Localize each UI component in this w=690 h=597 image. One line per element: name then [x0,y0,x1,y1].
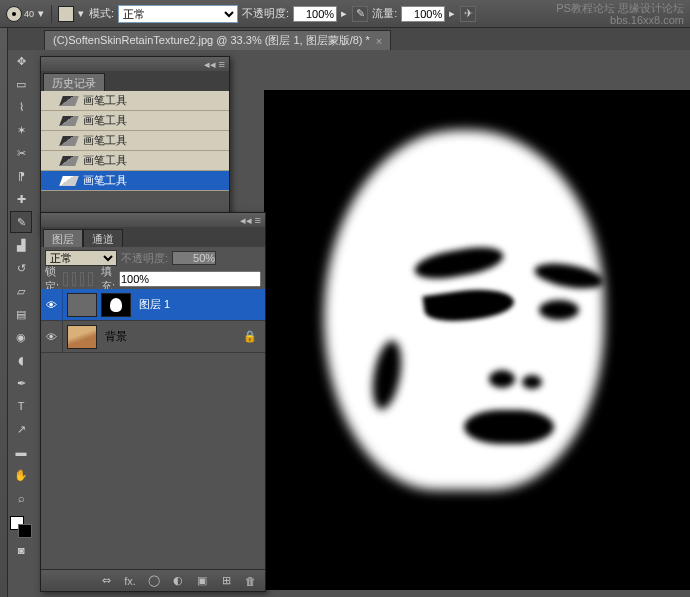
flow-label: 流量: [372,6,397,21]
layer-thumb[interactable] [67,293,97,317]
layer-thumb[interactable] [67,325,97,349]
history-list[interactable]: 画笔工具画笔工具画笔工具画笔工具画笔工具 [41,91,229,191]
history-panel: ◂◂ ≡ 历史记录 画笔工具画笔工具画笔工具画笔工具画笔工具 [40,56,230,236]
wand-tool[interactable]: ✶ [10,119,32,141]
shape-tool[interactable]: ▬ [10,441,32,463]
close-icon[interactable]: × [376,35,382,47]
history-label: 画笔工具 [83,93,127,108]
hand-tool[interactable]: ✋ [10,464,32,486]
brush-preset[interactable] [58,6,74,22]
document-title: (C)SoftenSkinRetainTexture2.jpg @ 33.3% … [53,33,370,48]
zoom-tool[interactable]: ⌕ [10,487,32,509]
chevron-down-icon[interactable]: ▸ [449,10,456,17]
blend-mode-select[interactable]: 正常 [118,5,238,23]
tab-history[interactable]: 历史记录 [43,73,105,91]
layer-opacity-input[interactable] [172,251,216,265]
lock-all-icon[interactable] [88,272,92,286]
link-layers-icon[interactable]: ⇔ [99,574,113,587]
dock-strip [0,28,8,597]
eraser-tool[interactable]: ▱ [10,280,32,302]
quickmask-icon[interactable]: ◙ [10,539,32,561]
eyedropper-tool[interactable]: ⁋ [10,165,32,187]
opacity-input[interactable] [293,6,337,22]
document-tab-bar: (C)SoftenSkinRetainTexture2.jpg @ 33.3% … [0,28,690,50]
trash-icon[interactable]: 🗑 [243,575,257,587]
layers-panel: ◂◂ ≡ 图层 通道 正常 不透明度: 锁定: 填充: 👁 图层 1 👁 背景 … [40,212,266,592]
document[interactable] [264,90,690,590]
panel-header[interactable]: ◂◂ ≡ [41,57,229,71]
history-item[interactable]: 画笔工具 [41,151,229,171]
history-label: 画笔工具 [83,153,127,168]
history-item[interactable]: 画笔工具 [41,111,229,131]
color-swatches[interactable] [10,516,32,538]
history-item[interactable]: 画笔工具 [41,91,229,111]
brush-tool[interactable]: ✎ [10,211,32,233]
layer-options: 正常 不透明度: [41,247,265,269]
visibility-icon[interactable]: 👁 [41,289,63,321]
history-brush-tool[interactable]: ↺ [10,257,32,279]
layer-name[interactable]: 图层 1 [139,297,170,312]
pen-tool[interactable]: ✒ [10,372,32,394]
gradient-tool[interactable]: ▤ [10,303,32,325]
tab-layers[interactable]: 图层 [43,229,83,247]
marquee-tool[interactable]: ▭ [10,73,32,95]
lock-position-icon[interactable] [80,272,84,286]
fill-input[interactable] [119,271,261,287]
dodge-tool[interactable]: ◖ [10,349,32,371]
lock-image-icon[interactable] [72,272,76,286]
brush-icon [59,96,79,106]
watermark: PS教程论坛 思缘设计论坛 bbs.16xx8.com [556,2,684,26]
brush-preview[interactable] [6,6,22,22]
mode-label: 模式: [89,6,114,21]
layer-list: 👁 图层 1 👁 背景 🔒 [41,289,265,569]
type-tool[interactable]: T [10,395,32,417]
add-mask-icon[interactable]: ◯ [147,574,161,587]
panel-header[interactable]: ◂◂ ≡ [41,213,265,227]
lock-icon: 🔒 [243,330,257,343]
blur-tool[interactable]: ◉ [10,326,32,348]
chevron-down-icon[interactable]: ▸ [341,10,348,17]
document-tab[interactable]: (C)SoftenSkinRetainTexture2.jpg @ 33.3% … [44,30,391,50]
chevron-down-icon[interactable]: ▾ [78,10,85,17]
path-tool[interactable]: ↗ [10,418,32,440]
history-item[interactable]: 画笔工具 [41,171,229,191]
fx-icon[interactable]: fx. [123,575,137,587]
brush-icon [59,136,79,146]
chevron-down-icon[interactable]: ▾ [38,10,45,17]
crop-tool[interactable]: ✂ [10,142,32,164]
brush-size: 40 [24,9,34,19]
brush-icon [59,156,79,166]
tab-channels[interactable]: 通道 [83,229,123,247]
brush-icon [59,176,79,186]
flow-input[interactable] [401,6,445,22]
toolbox: ✥ ▭ ⌇ ✶ ✂ ⁋ ✚ ✎ ▟ ↺ ▱ ▤ ◉ ◖ ✒ T ↗ ▬ ✋ ⌕ … [8,50,34,561]
tablet-pressure-opacity-icon[interactable]: ✎ [352,6,368,22]
history-label: 画笔工具 [83,173,127,188]
group-icon[interactable]: ▣ [195,574,209,587]
brush-icon [59,116,79,126]
heal-tool[interactable]: ✚ [10,188,32,210]
visibility-icon[interactable]: 👁 [41,321,63,353]
layer-opacity-label: 不透明度: [121,251,168,266]
new-layer-icon[interactable]: ⊞ [219,574,233,587]
history-item[interactable]: 画笔工具 [41,131,229,151]
opacity-label: 不透明度: [242,6,289,21]
stamp-tool[interactable]: ▟ [10,234,32,256]
move-tool[interactable]: ✥ [10,50,32,72]
layers-footer: ⇔ fx. ◯ ◐ ▣ ⊞ 🗑 [41,569,265,591]
layer-row[interactable]: 👁 背景 🔒 [41,321,265,353]
mask-thumb[interactable] [101,293,131,317]
history-label: 画笔工具 [83,113,127,128]
layer-row[interactable]: 👁 图层 1 [41,289,265,321]
adjustment-icon[interactable]: ◐ [171,574,185,587]
lock-transparency-icon[interactable] [63,272,67,286]
lock-row: 锁定: 填充: [41,269,265,289]
history-label: 画笔工具 [83,133,127,148]
layer-name[interactable]: 背景 [105,329,127,344]
airbrush-icon[interactable]: ✈ [460,6,476,22]
lasso-tool[interactable]: ⌇ [10,96,32,118]
